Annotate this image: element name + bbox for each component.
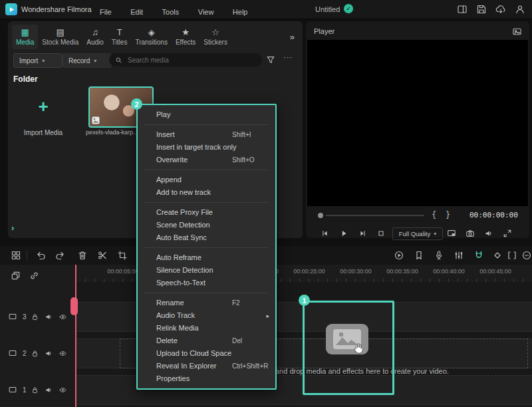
- search-input[interactable]: [126, 56, 242, 65]
- menu-file[interactable]: File: [100, 8, 112, 16]
- menu-item-delete[interactable]: DeleteDel: [138, 335, 275, 347]
- filter-icon[interactable]: [266, 55, 275, 65]
- audio-tab-icon: ♫: [92, 28, 98, 37]
- preview-mode-icon[interactable]: [512, 27, 522, 37]
- stop-button[interactable]: [376, 229, 386, 238]
- menu-item-rename[interactable]: RenameF2: [138, 297, 275, 309]
- caret-down-icon: ▾: [42, 58, 45, 64]
- menu-separator: [144, 202, 269, 203]
- menu-view[interactable]: View: [198, 8, 214, 16]
- project-saved-check-icon: ✓: [344, 4, 353, 13]
- tab-effects[interactable]: ★ Effects: [172, 25, 200, 49]
- zoom-out-icon[interactable]: [521, 250, 532, 261]
- menu-item-reveal-in-explorer[interactable]: Reveal In ExplorerCtrl+Shift+R: [138, 360, 275, 372]
- tab-stock-media[interactable]: ▤ Stock Media: [38, 25, 82, 49]
- crop-icon[interactable]: [117, 250, 128, 261]
- keyframe-icon[interactable]: [492, 250, 503, 261]
- tab-titles[interactable]: T Titles: [108, 25, 132, 49]
- play-button[interactable]: [339, 229, 348, 238]
- menu-item-overwrite[interactable]: OverwriteShift+O: [138, 154, 275, 166]
- next-frame-button[interactable]: [358, 229, 367, 238]
- player-seek-bar[interactable]: [326, 215, 424, 216]
- marker-icon[interactable]: [414, 250, 424, 261]
- mixer-icon[interactable]: [454, 250, 464, 261]
- menu-edit[interactable]: Edit: [130, 8, 143, 16]
- menu-help[interactable]: Help: [233, 8, 248, 16]
- snapshot-camera-icon[interactable]: [466, 229, 475, 238]
- undo-icon[interactable]: [36, 250, 47, 261]
- hide-track-icon[interactable]: [59, 313, 67, 321]
- menu-item-silence-detection[interactable]: Silence Detection: [138, 264, 275, 277]
- record-dropdown[interactable]: Record ▾: [63, 53, 112, 68]
- more-options-icon[interactable]: ···: [283, 53, 293, 61]
- menu-item-upload-to-cloud[interactable]: Upload to Cloud Space: [138, 347, 275, 360]
- media-browser-toggle-icon[interactable]: [11, 250, 21, 261]
- redo-icon[interactable]: [55, 250, 65, 261]
- tab-transitions[interactable]: ◈ Transitions: [131, 25, 172, 49]
- menu-separator: [144, 247, 269, 248]
- menu-item-create-proxy-file[interactable]: Create Proxy File: [138, 206, 275, 219]
- preview-viewport[interactable]: [307, 40, 528, 206]
- topbar-actions: [457, 4, 525, 15]
- callout-badge-1: 1: [299, 295, 310, 306]
- menu-item-insert[interactable]: InsertShift+I: [138, 128, 275, 141]
- more-tabs-icon[interactable]: »: [290, 32, 295, 42]
- player-timecode: 00:00:00:00: [469, 211, 518, 219]
- detach-player-icon[interactable]: [447, 229, 456, 238]
- menu-item-auto-reframe[interactable]: Auto Reframe: [138, 251, 275, 264]
- user-account-icon[interactable]: [515, 4, 525, 15]
- menu-item-audio-track[interactable]: Audio Track▸: [138, 309, 275, 322]
- playhead-scrubber-handle[interactable]: [318, 213, 323, 218]
- save-icon[interactable]: [476, 4, 487, 15]
- menu-item-auto-beat-sync[interactable]: Auto Beat Sync: [138, 231, 275, 244]
- mute-track-icon[interactable]: [45, 349, 53, 358]
- menu-separator: [144, 170, 269, 170]
- import-dropdown[interactable]: Import ▾: [13, 53, 63, 68]
- toolbar-divider: [27, 251, 27, 260]
- tab-stickers[interactable]: ☆ Stickers: [200, 25, 231, 49]
- callout-box-dropzone: [303, 301, 394, 395]
- menu-item-insert-target-track[interactable]: Insert in target track only: [138, 141, 275, 154]
- hide-track-icon[interactable]: [59, 386, 67, 394]
- lock-track-icon[interactable]: [31, 349, 39, 358]
- mute-track-icon[interactable]: [45, 313, 53, 321]
- menu-item-add-to-new-track[interactable]: Add to new track: [138, 186, 275, 199]
- split-scissors-icon[interactable]: [97, 250, 108, 261]
- mark-in-icon[interactable]: {: [432, 210, 436, 219]
- delete-icon[interactable]: [77, 250, 88, 261]
- menu-item-relink-media[interactable]: Relink Media: [138, 322, 275, 335]
- track-number: 2: [23, 350, 27, 357]
- menu-item-scene-detection[interactable]: Scene Detection: [138, 219, 275, 231]
- fullscreen-icon[interactable]: [503, 229, 512, 238]
- manage-tracks-icon[interactable]: [11, 271, 21, 281]
- render-preview-icon[interactable]: [394, 250, 404, 261]
- zoom-to-fit-icon[interactable]: [507, 250, 517, 261]
- link-clips-icon[interactable]: [29, 271, 39, 281]
- lock-track-icon[interactable]: [31, 313, 39, 321]
- mark-out-icon[interactable]: }: [446, 210, 450, 219]
- import-media-tile[interactable]: +: [17, 89, 69, 124]
- cloud-download-icon[interactable]: [495, 4, 506, 15]
- auto-ripple-magnet-icon[interactable]: [473, 250, 484, 261]
- lock-track-icon[interactable]: [31, 386, 39, 394]
- menu-tools[interactable]: Tools: [162, 8, 180, 16]
- menu-item-speech-to-text[interactable]: Speech-to-Text: [138, 277, 275, 289]
- mute-track-icon[interactable]: [45, 386, 53, 394]
- previous-frame-button[interactable]: [321, 229, 330, 238]
- voiceover-mic-icon[interactable]: [434, 250, 444, 261]
- panel-layout-icon[interactable]: [457, 4, 467, 15]
- tab-audio[interactable]: ♫ Audio: [82, 25, 108, 49]
- search-box[interactable]: [109, 53, 262, 67]
- ruler-label: 00:00:30:00: [340, 268, 372, 275]
- menu-item-append[interactable]: Append: [138, 174, 275, 186]
- menu-item-play[interactable]: Play: [138, 108, 275, 121]
- tab-media[interactable]: ▦ Media: [12, 25, 38, 49]
- playhead-handle[interactable]: [70, 297, 78, 315]
- playhead-line[interactable]: [75, 265, 76, 407]
- hide-track-icon[interactable]: [59, 349, 67, 358]
- volume-icon[interactable]: [484, 229, 493, 238]
- menu-item-properties[interactable]: Properties: [138, 372, 275, 385]
- app-title: Wondershare Filmora: [21, 5, 92, 13]
- quality-selector[interactable]: Full Quality ▾: [392, 227, 443, 240]
- panel-collapse-icon[interactable]: ›: [11, 223, 14, 233]
